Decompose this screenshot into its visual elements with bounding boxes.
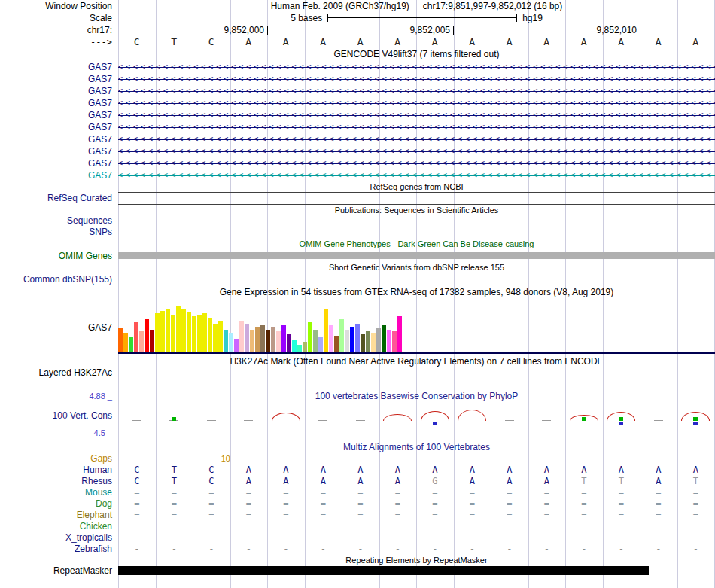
sequences-label[interactable]: Sequences: [0, 215, 118, 227]
gene-label[interactable]: GAS7: [0, 157, 118, 169]
sequences-track[interactable]: [118, 215, 715, 227]
alignment-row[interactable]: ================: [118, 487, 715, 498]
alignment-row[interactable]: [118, 521, 715, 532]
species-label[interactable]: Chicken: [0, 521, 118, 532]
multiz-gaps-label[interactable]: Gaps: [0, 453, 118, 465]
gene-intron-arrows[interactable]: <<<<<<<<<<<<<<<<<<<<<<<<<<<<<<<<<<<<<<<<…: [118, 121, 715, 133]
gtex-expression-bar[interactable]: [308, 322, 312, 352]
gtex-expression-bar[interactable]: [150, 330, 154, 352]
snps-track[interactable]: [118, 227, 715, 238]
gene-label[interactable]: GAS7: [0, 97, 118, 109]
repeat-element-bar[interactable]: [118, 566, 649, 575]
gene-intron-arrows[interactable]: <<<<<<<<<<<<<<<<<<<<<<<<<<<<<<<<<<<<<<<<…: [118, 73, 715, 85]
conservation-plot[interactable]: [118, 402, 715, 435]
species-label[interactable]: Dog: [0, 498, 118, 510]
species-label[interactable]: Zebrafish: [0, 544, 118, 555]
alignment-row[interactable]: CTCAAAAAAAAAAAAA: [118, 465, 715, 476]
gene-label[interactable]: GAS7: [0, 109, 118, 121]
alignment-row[interactable]: ================: [118, 510, 715, 521]
gtex-expression-bar[interactable]: [339, 319, 344, 352]
dbsnp-track[interactable]: [118, 273, 715, 285]
repeatmasker-label[interactable]: RepeatMasker: [0, 565, 118, 576]
gtex-expression-bar[interactable]: [229, 333, 233, 352]
alignment-row[interactable]: CTCAAAAAGAAATTAT: [118, 476, 715, 487]
gtex-expression-bar[interactable]: [129, 337, 133, 352]
gtex-expression-bar[interactable]: [123, 333, 128, 352]
gtex-expression-bar[interactable]: [271, 327, 275, 352]
species-label[interactable]: Mouse: [0, 487, 118, 498]
gene-intron-arrows[interactable]: <<<<<<<<<<<<<<<<<<<<<<<<<<<<<<<<<<<<<<<<…: [118, 109, 715, 121]
omim-genes-track[interactable]: [118, 251, 715, 261]
gtex-expression-bar[interactable]: [255, 327, 260, 352]
gtex-expression-bar[interactable]: [176, 306, 181, 352]
refseq-curated-label[interactable]: RefSeq Curated: [0, 192, 118, 204]
gtex-expression-bar[interactable]: [392, 331, 397, 352]
gtex-expression-bar[interactable]: [371, 333, 376, 352]
gene-intron-arrows[interactable]: <<<<<<<<<<<<<<<<<<<<<<<<<<<<<<<<<<<<<<<<…: [118, 61, 715, 73]
alignment-row[interactable]: ----------------: [118, 532, 715, 544]
gtex-expression-bar[interactable]: [187, 312, 191, 352]
gtex-expression-bar[interactable]: [376, 328, 381, 352]
gtex-expression-bar[interactable]: [118, 328, 123, 352]
h3k27ac-label[interactable]: Layered H3K27Ac: [0, 367, 118, 390]
gene-label[interactable]: GAS7: [0, 145, 118, 157]
gtex-expression-bar[interactable]: [250, 330, 254, 352]
gtex-expression-bar[interactable]: [318, 337, 323, 352]
gtex-expression-bar[interactable]: [276, 331, 281, 352]
gene-label[interactable]: GAS7: [0, 61, 118, 73]
gtex-expression-bar[interactable]: [202, 313, 207, 352]
gtex-expression-bar[interactable]: [355, 324, 360, 352]
gtex-expression-bar[interactable]: [303, 342, 307, 352]
gtex-expression-bar[interactable]: [160, 311, 165, 352]
gtex-expression-bar[interactable]: [139, 331, 144, 352]
species-label[interactable]: Elephant: [0, 510, 118, 521]
gtex-expression-bar[interactable]: [297, 345, 302, 352]
gtex-expression-bar[interactable]: [181, 309, 186, 352]
gtex-expression-bar[interactable]: [145, 319, 149, 352]
gtex-expression-bar[interactable]: [281, 325, 286, 352]
alignment-row[interactable]: ================: [118, 498, 715, 510]
gtex-expression-bar[interactable]: [397, 316, 402, 352]
gtex-expression-bar[interactable]: [387, 330, 391, 352]
gtex-expression-bar[interactable]: [213, 324, 218, 352]
gtex-expression-bar[interactable]: [192, 316, 196, 352]
gtex-expression-bar[interactable]: [224, 330, 228, 352]
gtex-expression-bar[interactable]: [382, 325, 386, 352]
snps-label[interactable]: SNPs: [0, 227, 118, 238]
gtex-expression-bar[interactable]: [287, 334, 291, 352]
gtex-expression-bar[interactable]: [313, 330, 318, 352]
gene-intron-arrows[interactable]: <<<<<<<<<<<<<<<<<<<<<<<<<<<<<<<<<<<<<<<<…: [118, 133, 715, 145]
gene-intron-arrows[interactable]: <<<<<<<<<<<<<<<<<<<<<<<<<<<<<<<<<<<<<<<<…: [118, 157, 715, 169]
gene-label[interactable]: GAS7: [0, 85, 118, 97]
gtex-expression-bar[interactable]: [166, 309, 170, 352]
gtex-expression-bar[interactable]: [350, 327, 354, 352]
gtex-expression-bar[interactable]: [266, 330, 270, 352]
omim-genes-label[interactable]: OMIM Genes: [0, 251, 118, 261]
base-position-ruler[interactable]: 9,852,0009,852,0059,852,010: [118, 24, 715, 36]
gtex-expression-bar[interactable]: [329, 325, 333, 352]
species-label[interactable]: Human: [0, 465, 118, 476]
gtex-expression-bar[interactable]: [324, 309, 328, 352]
conservation-label[interactable]: 100 Vert. Cons: [53, 410, 112, 421]
gtex-expression-bar[interactable]: [208, 318, 212, 352]
gtex-expression-bar[interactable]: [245, 324, 249, 352]
gtex-expression-bar[interactable]: [218, 321, 223, 352]
gtex-expression-bar[interactable]: [239, 321, 244, 352]
gtex-expression-bar[interactable]: [155, 313, 160, 352]
alignment-row[interactable]: ----------------: [118, 544, 715, 555]
omim-gene-bar[interactable]: [118, 252, 715, 259]
gtex-expression-bar[interactable]: [334, 336, 339, 352]
gene-label[interactable]: GAS7: [0, 169, 118, 181]
gtex-expression-bar[interactable]: [171, 315, 175, 352]
gene-intron-arrows[interactable]: <<<<<<<<<<<<<<<<<<<<<<<<<<<<<<<<<<<<<<<<…: [118, 85, 715, 97]
gtex-expression-bar[interactable]: [366, 331, 370, 352]
gtex-expression-bar[interactable]: [260, 325, 265, 352]
dbsnp-label[interactable]: Common dbSNP(155): [0, 273, 118, 285]
gene-label[interactable]: GAS7: [0, 121, 118, 133]
gene-intron-arrows[interactable]: <<<<<<<<<<<<<<<<<<<<<<<<<<<<<<<<<<<<<<<<…: [118, 169, 715, 181]
gtex-expression-bar[interactable]: [292, 340, 297, 352]
gtex-expression-bar[interactable]: [234, 339, 239, 352]
gene-label[interactable]: GAS7: [0, 133, 118, 145]
gtex-expression-bar[interactable]: [345, 330, 349, 352]
gene-label[interactable]: GAS7: [0, 73, 118, 85]
